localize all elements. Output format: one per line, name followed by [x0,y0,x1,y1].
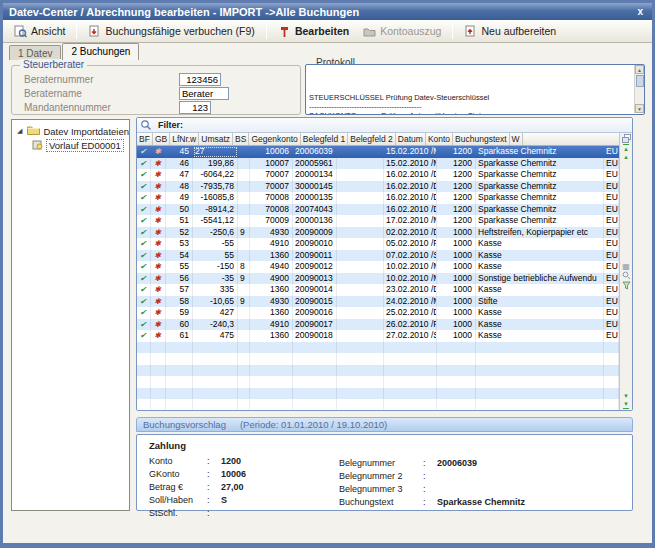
cell-umsatz[interactable] [193,399,238,410]
cell-umsatz[interactable]: -6064,22 [193,169,238,181]
cell-lfnr: 60 [166,319,193,331]
cell-umsatz[interactable] [193,365,238,377]
mandantennummer-field[interactable] [179,101,211,114]
cell-umsatz[interactable]: -55 [193,238,238,250]
table-row[interactable]: ✔ ✱ 53 -55 4910 20090010 05.02.2010 /Fr … [137,238,619,250]
protokoll-scrollbar[interactable]: ▲ ▼ [634,65,644,113]
cell-datum: 23.02.2010 /Di [384,284,437,296]
table-row[interactable] [137,353,619,365]
filter-bar[interactable]: Filter: [137,118,632,133]
cell-umsatz[interactable]: 199,86 [193,158,238,170]
tree-item-vorlauf[interactable]: Vorlauf ED00001 [12,138,129,152]
column-header[interactable]: Datum [396,133,426,145]
cell-umsatz[interactable]: -7935,78 [193,181,238,193]
table-row[interactable] [137,388,619,400]
table-row[interactable]: ✔ ✱ 57 335 1360 20090014 23.02.2010 /Di … [137,284,619,296]
close-icon[interactable]: x [634,6,646,17]
cell-umsatz[interactable]: 475 [193,330,238,342]
cell-umsatz[interactable]: -240,3 [193,319,238,331]
table-row[interactable]: ✔ ✱ 46 199,86 10007 20005961 15.02.2010 … [137,158,619,170]
beratername-field[interactable] [179,87,229,100]
cell-konto: 1200 [437,181,476,193]
column-header[interactable]: BS [233,133,249,145]
table-row[interactable] [137,342,619,354]
column-header[interactable]: Belegfeld 2 [348,133,396,145]
cell-umsatz[interactable]: -8914,2 [193,204,238,216]
tab-buchungen[interactable]: 2 Buchungen [62,43,139,60]
column-header[interactable]: BF [137,133,153,145]
cell-umsatz[interactable]: 427 [193,307,238,319]
table-row[interactable] [137,376,619,388]
scroll-to-top-icon[interactable]: ▲ [623,144,629,153]
grid-side-toolbar: ▲ ▲ ▦ ▼ ▼ [619,133,632,410]
table-row[interactable]: ✔ ✱ 60 -240,3 4910 20090017 26.02.2010 /… [137,319,619,331]
cell-umsatz[interactable]: 27 [193,146,238,158]
column-header[interactable]: LfNr.w [170,133,199,145]
detail-field-label: Konto [149,456,207,466]
scroll-thumb[interactable] [636,75,644,87]
cell-bs [238,399,250,410]
cell-umsatz[interactable]: -5541,12 [193,215,238,227]
cell-lfnr: 58 [166,296,193,308]
scroll-to-bottom-icon[interactable]: ▼ [623,400,629,409]
bearbeiten-button[interactable]: Bearbeiten [271,22,356,41]
cell-umsatz[interactable]: -10,65 [193,296,238,308]
cell-umsatz[interactable]: -250,6 [193,227,238,239]
scroll-up-icon[interactable]: ▲ [635,65,644,74]
grid-view-icon[interactable]: ▦ [622,263,630,271]
table-row[interactable]: ✔ ✱ 59 427 1360 20090016 25.02.2010 /Do … [137,307,619,319]
cell-umsatz[interactable] [193,388,238,400]
table-row[interactable]: ✔ ✱ 54 55 1360 20090011 07.02.2010 /So 1… [137,250,619,262]
tab-datev[interactable]: 1 Datev [9,45,61,60]
detach-window-icon[interactable] [622,134,631,144]
column-header[interactable]: Belegfeld 1 [301,133,349,145]
cell-umsatz[interactable]: -150 [193,261,238,273]
title-bar[interactable]: Datev-Center / Abrechnung bearbeiten - I… [3,3,652,20]
cell-umsatz[interactable] [193,353,238,365]
table-row[interactable]: ✔ ✱ 52 -250,6 9 4930 20090009 02.02.2010… [137,227,619,239]
cell-umsatz[interactable]: -16085,8 [193,192,238,204]
scroll-down-icon[interactable]: ▼ [635,104,644,113]
table-row[interactable]: ✔ ✱ 55 -150 8 4940 20090012 10.02.2010 /… [137,261,619,273]
cell-umsatz[interactable]: 55 [193,250,238,262]
column-header[interactable]: Buchungstext [453,133,510,145]
scroll-down-icon[interactable]: ▼ [623,392,629,400]
cell-umsatz[interactable] [193,342,238,354]
cell-waehrung [604,342,619,354]
cell-datum: 17.02.2010 /Mi [384,215,437,227]
cell-waehrung [604,365,619,377]
beraternummer-field[interactable] [179,73,221,86]
column-header[interactable]: GB [153,133,170,145]
row-search-icon[interactable] [622,271,631,281]
table-row[interactable]: ✔ ✱ 47 -6064,22 70007 20000134 16.02.201… [137,169,619,181]
table-row[interactable]: ✔ ✱ 56 -35 9 4900 20090013 10.02.2010 /M… [137,273,619,285]
column-header[interactable]: Umsatz [199,133,233,145]
table-row[interactable]: ✔ ✱ 45 27 10006 20006039 15.02.2010 /Mo … [137,146,619,158]
table-row[interactable]: ✔ ✱ 50 -8914,2 70008 20074043 16.02.2010… [137,204,619,216]
neu-aufbereiten-button[interactable]: Neu aufbereiten [457,22,563,41]
verbuchen-button[interactable]: Buchungsfähige verbuchen (F9) [81,22,261,41]
tree-root-datev-importdateien[interactable]: ◢ Datev Importdateien [12,124,129,138]
table-row[interactable]: ✔ ✱ 61 475 1360 20090018 27.02.2010 /Sa … [137,330,619,342]
ansicht-button[interactable]: Ansicht [7,22,72,41]
column-header[interactable]: Konto [426,133,453,145]
cell-buchungstext: Kasse [476,238,604,250]
table-row[interactable]: ✔ ✱ 49 -16085,8 70008 20000135 16.02.201… [137,192,619,204]
cell-umsatz[interactable]: 335 [193,284,238,296]
table-row[interactable] [137,399,619,410]
table-row[interactable]: ✔ ✱ 58 -10,65 9 4930 20090015 24.02.2010… [137,296,619,308]
column-header[interactable]: W [510,133,523,145]
table-row[interactable] [137,365,619,377]
kontoauszug-button[interactable]: Kontoauszug [356,22,448,41]
cell-umsatz[interactable]: -35 [193,273,238,285]
protokoll-line: ----------------------------------------… [309,102,632,111]
protokoll-textarea[interactable]: STEUERSCHLÜSSEL Prüfung Datev-Steuerschl… [305,64,645,115]
detail-field-value: 20006039 [437,458,477,468]
column-header[interactable]: Gegenkonto [249,133,300,145]
filter-funnel-icon[interactable] [622,281,631,291]
tree-expander-icon[interactable]: ◢ [17,127,24,135]
cell-umsatz[interactable] [193,376,238,388]
table-row[interactable]: ✔ ✱ 51 -5541,12 70009 20000136 17.02.201… [137,215,619,227]
table-row[interactable]: ✔ ✱ 48 -7935,78 70007 30000145 16.02.201… [137,181,619,193]
scroll-up-icon[interactable]: ▲ [623,153,629,161]
